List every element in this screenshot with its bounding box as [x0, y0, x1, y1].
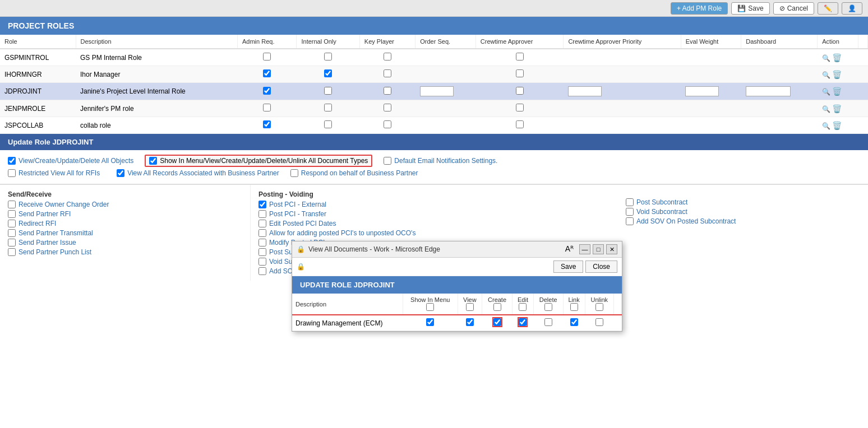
- order-seq-input[interactable]: [420, 86, 454, 96]
- pv-label[interactable]: Allow for adding posted PCI's to unposte…: [269, 229, 415, 237]
- fw-header-show-in-menu-checkbox[interactable]: [426, 303, 434, 311]
- restricted-view-label[interactable]: Restricted View All for RFIs: [19, 169, 100, 177]
- dashboard-input[interactable]: [746, 86, 791, 96]
- fw-close-button[interactable]: Close: [585, 260, 617, 273]
- view-create-label[interactable]: View/Create/Update/Delete All Objects: [19, 157, 133, 165]
- view-all-records-label[interactable]: View All Records Associated with Busines…: [127, 169, 279, 177]
- sr-checkbox[interactable]: [8, 248, 16, 256]
- sr-label[interactable]: Send Partner Issue: [19, 239, 76, 246]
- trash-icon[interactable]: 🗑️: [832, 121, 842, 130]
- search-icon[interactable]: 🔍: [822, 122, 830, 130]
- cancel-button[interactable]: ⊘ Cancel: [773, 2, 814, 15]
- pv-checkbox[interactable]: [258, 267, 266, 275]
- crewtime-approver-checkbox[interactable]: [516, 69, 524, 77]
- eval-weight-input[interactable]: [685, 86, 719, 96]
- internal-only-checkbox[interactable]: [324, 87, 332, 95]
- minimize-button[interactable]: —: [579, 244, 590, 254]
- crewtime-approver-checkbox[interactable]: [516, 53, 524, 61]
- rc-label[interactable]: Void Subcontract: [636, 208, 687, 216]
- fw-unlink-checkbox[interactable]: [595, 318, 603, 326]
- pv-checkbox[interactable]: [258, 258, 266, 266]
- sr-checkbox[interactable]: [8, 239, 16, 246]
- internal-only-checkbox[interactable]: [324, 69, 332, 77]
- fw-header-view-checkbox[interactable]: [466, 303, 474, 311]
- show-in-menu-label[interactable]: Show In Menu/View/Create/Update/Delete/U…: [160, 157, 368, 165]
- key-player-checkbox[interactable]: [384, 104, 391, 111]
- respond-on-behalf-checkbox[interactable]: [290, 169, 298, 177]
- rc-checkbox[interactable]: [626, 217, 634, 225]
- internal-only-checkbox[interactable]: [324, 53, 332, 61]
- edit-icon-button[interactable]: ✏️: [818, 2, 838, 15]
- trash-icon[interactable]: 🗑️: [832, 104, 842, 113]
- sr-checkbox[interactable]: [8, 201, 16, 208]
- pv-checkbox[interactable]: [258, 229, 266, 237]
- respond-on-behalf-label[interactable]: Respond on behalf of Business Partner: [301, 169, 418, 177]
- fw-header-create-checkbox[interactable]: [493, 303, 501, 311]
- fw-header-delete-checkbox[interactable]: [544, 303, 552, 311]
- admin-req-checkbox[interactable]: [263, 69, 271, 77]
- fw-save-button[interactable]: Save: [553, 260, 583, 273]
- rc-label[interactable]: Post Subcontract: [636, 198, 687, 206]
- fw-view-checkbox[interactable]: [466, 318, 474, 326]
- pv-checkbox[interactable]: [258, 239, 266, 246]
- rc-checkbox[interactable]: [626, 198, 634, 206]
- search-icon[interactable]: 🔍: [822, 105, 830, 113]
- add-pm-role-button[interactable]: + Add PM Role: [671, 2, 728, 15]
- user-icon-button[interactable]: 👤: [842, 2, 862, 15]
- crewtime-approver-checkbox[interactable]: [516, 87, 524, 95]
- save-button[interactable]: 💾 Save: [731, 2, 769, 15]
- search-icon[interactable]: 🔍: [822, 54, 830, 62]
- view-create-checkbox[interactable]: [8, 157, 16, 165]
- fw-show-in-menu-checkbox[interactable]: [426, 318, 434, 326]
- admin-req-checkbox[interactable]: [263, 104, 271, 111]
- fw-delete-checkbox[interactable]: [544, 318, 552, 326]
- crewtime-approver-checkbox[interactable]: [516, 104, 524, 111]
- trash-icon[interactable]: 🗑️: [832, 53, 842, 62]
- pv-checkbox[interactable]: [258, 220, 266, 227]
- rc-label[interactable]: Add SOV On Posted Subcontract: [636, 217, 736, 225]
- pv-label[interactable]: Post PCI - Transfer: [269, 210, 326, 218]
- admin-req-checkbox[interactable]: [263, 120, 271, 128]
- sr-checkbox[interactable]: [8, 229, 16, 237]
- restricted-view-checkbox[interactable]: [8, 169, 16, 177]
- close-button[interactable]: ✕: [606, 244, 617, 254]
- fw-create-checkbox[interactable]: [493, 318, 501, 326]
- sr-label[interactable]: Receive Owner Change Order: [19, 201, 109, 208]
- trash-icon[interactable]: 🗑️: [832, 70, 842, 79]
- key-player-checkbox[interactable]: [384, 53, 391, 61]
- sr-checkbox[interactable]: [8, 220, 16, 227]
- sr-label[interactable]: Send Partner Transmittal: [19, 229, 93, 237]
- crewtime-approver-checkbox[interactable]: [516, 120, 524, 128]
- default-email-label[interactable]: Default Email Notification Settings.: [394, 157, 497, 165]
- pv-checkbox[interactable]: [258, 248, 266, 256]
- fw-header-unlink-checkbox[interactable]: [595, 303, 603, 311]
- fw-link-checkbox[interactable]: [570, 318, 578, 326]
- internal-only-checkbox[interactable]: [324, 120, 332, 128]
- fw-edit-checkbox[interactable]: [519, 318, 527, 326]
- internal-only-checkbox[interactable]: [324, 104, 332, 111]
- sr-label[interactable]: Send Partner RFI: [19, 210, 71, 218]
- trash-icon[interactable]: 🗑️: [832, 87, 842, 96]
- pv-checkbox[interactable]: [258, 201, 266, 208]
- fw-header-edit-checkbox[interactable]: [519, 303, 527, 311]
- pv-checkbox[interactable]: [258, 210, 266, 218]
- search-icon[interactable]: 🔍: [822, 88, 830, 96]
- show-in-menu-checkbox[interactable]: [149, 157, 157, 165]
- key-player-checkbox[interactable]: [384, 69, 391, 77]
- admin-req-checkbox[interactable]: [263, 87, 271, 95]
- maximize-button[interactable]: □: [593, 244, 604, 254]
- admin-req-checkbox[interactable]: [263, 53, 271, 61]
- pv-label[interactable]: Post PCI - External: [269, 201, 326, 208]
- sr-label[interactable]: Redirect RFI: [19, 220, 56, 227]
- rc-checkbox[interactable]: [626, 208, 634, 216]
- sr-checkbox[interactable]: [8, 210, 16, 218]
- key-player-checkbox[interactable]: [384, 120, 391, 128]
- pv-label[interactable]: Edit Posted PCI Dates: [269, 220, 336, 227]
- view-all-records-checkbox[interactable]: [117, 169, 124, 177]
- sr-label[interactable]: Send Partner Punch List: [19, 248, 91, 256]
- search-icon[interactable]: 🔍: [822, 71, 830, 79]
- default-email-checkbox[interactable]: [384, 157, 391, 165]
- crewtime-priority-input[interactable]: [568, 86, 602, 96]
- fw-header-link-checkbox[interactable]: [570, 303, 578, 311]
- key-player-checkbox[interactable]: [384, 87, 391, 95]
